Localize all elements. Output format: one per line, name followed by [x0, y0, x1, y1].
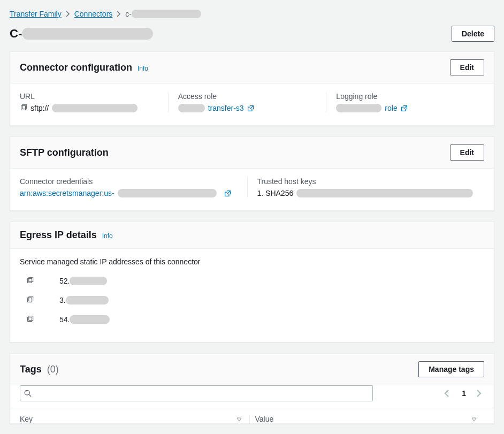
- delete-button[interactable]: Delete: [452, 26, 494, 42]
- sftp-config-panel: SFTP configuration Edit Connector creden…: [10, 136, 494, 211]
- field-connector-credentials: Connector credentials arn:aws:secretsman…: [20, 177, 247, 197]
- breadcrumb: Transfer Family Connectors c-: [10, 10, 494, 18]
- svg-rect-5: [29, 297, 33, 301]
- ip-row: 3.: [20, 291, 484, 310]
- sort-icon: [471, 416, 477, 422]
- ip-row: 54.: [20, 310, 484, 329]
- svg-rect-2: [28, 279, 32, 283]
- svg-rect-6: [28, 317, 32, 322]
- field-logging-role: Logging role role: [326, 92, 484, 112]
- breadcrumb-root[interactable]: Transfer Family: [10, 10, 62, 18]
- egress-description: Service managed static IP addresses of t…: [20, 257, 484, 266]
- chevron-right-icon: [66, 11, 70, 17]
- copy-icon[interactable]: [20, 104, 27, 112]
- copy-icon[interactable]: [26, 316, 34, 323]
- tags-search-input[interactable]: [20, 385, 373, 401]
- field-url: URL sftp://: [20, 92, 168, 112]
- tags-title: Tags: [20, 364, 42, 375]
- svg-line-9: [29, 394, 31, 397]
- svg-rect-4: [28, 298, 32, 302]
- ip-value: 54.: [59, 315, 110, 324]
- copy-icon[interactable]: [26, 277, 34, 285]
- prev-page-button[interactable]: [444, 389, 452, 398]
- tags-table-header: Key Value: [10, 408, 494, 423]
- logging-role-link[interactable]: role: [385, 104, 397, 112]
- breadcrumb-connectors[interactable]: Connectors: [74, 10, 113, 18]
- manage-tags-button[interactable]: Manage tags: [418, 361, 484, 377]
- external-link-icon: [401, 105, 408, 112]
- pagination: 1: [444, 389, 484, 398]
- edit-sftp-config-button[interactable]: Edit: [450, 144, 484, 161]
- ip-value: 3.: [59, 296, 109, 304]
- page-number: 1: [462, 389, 466, 398]
- page-title: C-: [10, 27, 153, 41]
- url-value: sftp://: [30, 104, 49, 112]
- svg-rect-0: [21, 106, 26, 110]
- ip-value: 52.: [59, 277, 107, 285]
- field-trusted-host-keys: Trusted host keys 1. SHA256: [247, 177, 485, 197]
- svg-rect-7: [29, 316, 33, 321]
- svg-rect-3: [29, 278, 33, 282]
- column-value[interactable]: Value: [255, 415, 485, 423]
- egress-ip-title: Egress IP details: [20, 230, 97, 241]
- sort-icon: [236, 416, 242, 422]
- credentials-link[interactable]: arn:aws:secretsmanager:us-: [20, 189, 114, 197]
- trusted-key-value: 1. SHA256: [257, 189, 294, 197]
- sftp-config-title: SFTP configuration: [20, 147, 109, 158]
- external-link-icon: [247, 105, 254, 112]
- info-link[interactable]: Info: [102, 232, 113, 240]
- svg-rect-1: [22, 105, 27, 109]
- access-role-link[interactable]: transfer-s3: [208, 104, 244, 112]
- page-header: C- Delete: [10, 26, 494, 42]
- chevron-right-icon: [117, 11, 121, 17]
- svg-point-8: [25, 390, 29, 395]
- external-link-icon: [224, 190, 231, 197]
- tags-panel: Tags (0) Manage tags 1 Key: [10, 353, 494, 424]
- breadcrumb-current: c-: [125, 10, 201, 18]
- search-icon: [24, 390, 32, 397]
- edit-connector-config-button[interactable]: Edit: [450, 59, 484, 75]
- info-link[interactable]: Info: [138, 65, 148, 72]
- connector-config-title: Connector configuration: [20, 62, 132, 73]
- tags-count: (0): [47, 364, 59, 375]
- ip-row: 52.: [20, 271, 484, 291]
- egress-ip-panel: Egress IP details Info Service managed s…: [10, 222, 494, 342]
- column-key[interactable]: Key: [20, 415, 250, 423]
- next-page-button[interactable]: [476, 389, 484, 398]
- field-access-role: Access role transfer-s3: [168, 92, 326, 112]
- copy-icon[interactable]: [26, 296, 34, 304]
- connector-config-panel: Connector configuration Info Edit URL sf…: [10, 51, 494, 126]
